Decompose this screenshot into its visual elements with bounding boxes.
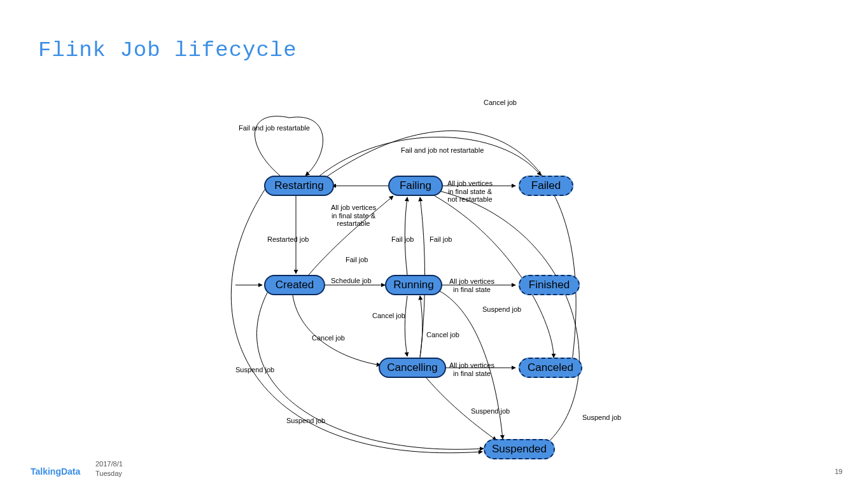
state-running: Running	[385, 275, 442, 295]
edge-label: Suspend job	[582, 414, 621, 422]
edge-label: Suspend job	[235, 366, 274, 374]
edge-label: Suspend job	[286, 417, 325, 425]
state-restarting: Restarting	[264, 176, 334, 196]
edge-label: Fail and job restartable	[239, 124, 310, 132]
edge-label: Fail job	[430, 235, 452, 244]
edge-label: All job vertices in final state & not re…	[447, 179, 493, 204]
footer-date: 2017/8/1 Tuesday	[95, 459, 123, 478]
edge-label: All job vertices in final state	[449, 277, 494, 293]
state-created: Created	[264, 275, 325, 295]
edge-label: All job vertices in final state & restar…	[331, 204, 376, 228]
edge-label: Fail and job not restartable	[401, 146, 484, 155]
edge-label: Restarted job	[267, 235, 309, 244]
edge-label: Fail job	[346, 256, 368, 264]
edge-label: Suspend job	[471, 407, 510, 415]
edge-label: Cancel job	[372, 312, 405, 320]
edge-label: Cancel job	[426, 331, 459, 339]
state-finished: Finished	[519, 275, 580, 295]
edge-label: Suspend job	[482, 305, 521, 314]
edge-label: All job vertices in final state	[449, 361, 494, 377]
edge-label: Fail job	[391, 235, 414, 244]
state-failing: Failing	[388, 176, 443, 196]
state-suspended: Suspended	[484, 439, 555, 459]
state-failed: Failed	[519, 176, 573, 196]
edge-label: Schedule job	[331, 277, 372, 285]
page-title: Flink Job lifecycle	[38, 38, 297, 62]
state-canceled: Canceled	[519, 358, 582, 378]
edge-label: Cancel job	[484, 99, 517, 107]
edge-label: Cancel job	[312, 334, 345, 342]
page-number: 19	[835, 468, 843, 475]
state-diagram: Fail and job restartable Cancel job Fail…	[229, 102, 636, 471]
state-cancelling: Cancelling	[379, 358, 446, 378]
brand-logo: TalkingData	[31, 466, 80, 477]
